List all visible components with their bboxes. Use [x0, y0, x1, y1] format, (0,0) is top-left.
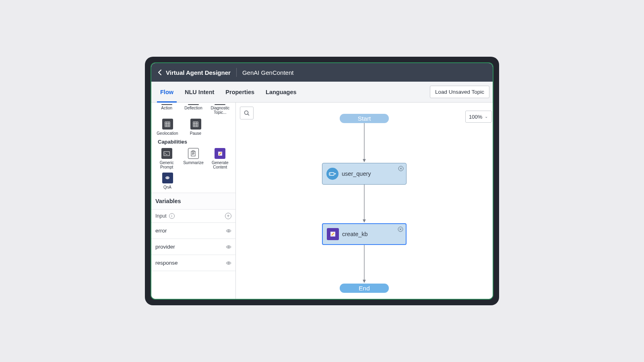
palette-label: Generic Prompt	[154, 160, 180, 169]
palette-label: Geolocation	[157, 131, 178, 136]
app-window: Virtual Agent Designer GenAI GenContent …	[151, 62, 493, 300]
qna-icon	[162, 173, 173, 183]
palette-label: Generate Content	[207, 160, 233, 169]
zoom-select[interactable]: 100%	[465, 111, 492, 123]
clipboard-icon	[188, 148, 199, 159]
node-label: user_query	[342, 171, 371, 177]
flow-canvas[interactable]: 100% ⌄ Start	[236, 103, 493, 299]
palette-item-action[interactable]: Action	[154, 104, 180, 115]
content-area: Action Deflection Diagnostic Topic...	[151, 103, 493, 299]
svg-point-18	[165, 176, 169, 179]
variable-row-error[interactable]: error	[151, 223, 235, 239]
load-unsaved-topic-button[interactable]: Load Unsaved Topic	[430, 86, 489, 98]
input-node-icon	[326, 168, 339, 180]
palette-label: Summarize	[183, 160, 204, 165]
tab-flow[interactable]: Flow	[155, 82, 179, 103]
end-node[interactable]: End	[340, 284, 389, 293]
header-title[interactable]: Virtual Agent Designer	[166, 69, 231, 76]
palette-item-diagnostic-topic[interactable]: Diagnostic Topic...	[207, 104, 233, 115]
palette-label: QnA	[163, 185, 171, 189]
palette-item-geolocation[interactable]: Geolocation	[154, 119, 181, 136]
app-header: Virtual Agent Designer GenAI GenContent	[151, 63, 493, 82]
eye-icon[interactable]	[226, 260, 231, 266]
svg-point-23	[228, 262, 229, 264]
flow-connectors	[236, 103, 493, 299]
svg-line-25	[248, 114, 250, 116]
palette-item-generate-content[interactable]: Generate Content	[207, 148, 233, 169]
back-chevron-icon[interactable]	[155, 68, 164, 77]
start-node[interactable]: Start	[340, 114, 389, 123]
header-divider	[236, 68, 237, 77]
palette-item-pause[interactable]: Pause	[182, 119, 209, 136]
variable-row-response[interactable]: response	[151, 255, 235, 271]
input-variables-header: Input i +	[151, 210, 235, 223]
palette-label: Diagnostic Topic...	[207, 106, 233, 115]
svg-rect-13	[192, 151, 194, 152]
flow-node-user-query[interactable]: user_query	[322, 163, 407, 185]
generate-content-icon	[215, 148, 225, 159]
prompt-icon	[161, 148, 172, 159]
tabs-bar: Flow NLU Intent Properties Languages Loa…	[151, 82, 493, 103]
svg-point-24	[245, 111, 248, 115]
palette-label: Action	[161, 106, 172, 110]
grid-icon	[190, 119, 201, 130]
svg-point-21	[228, 230, 229, 232]
tab-properties[interactable]: Properties	[220, 82, 260, 103]
svg-rect-10	[164, 152, 169, 156]
palette-label: Pause	[190, 131, 201, 136]
generate-content-node-icon	[327, 228, 339, 240]
info-icon[interactable]: i	[169, 213, 175, 219]
variable-name: response	[155, 260, 178, 266]
delete-node-icon[interactable]	[398, 226, 403, 232]
palette: Action Deflection Diagnostic Topic...	[151, 103, 235, 193]
grid-icon	[162, 119, 173, 130]
input-label: Input	[155, 213, 167, 219]
tab-nlu-intent[interactable]: NLU Intent	[179, 82, 220, 103]
flow-node-create-kb[interactable]: create_kb	[322, 223, 407, 245]
palette-item-deflection[interactable]: Deflection	[180, 104, 206, 115]
variable-name: provider	[155, 244, 175, 250]
palette-label: Deflection	[184, 106, 202, 110]
node-label: create_kb	[342, 231, 368, 237]
search-icon	[244, 110, 250, 116]
svg-point-22	[228, 246, 229, 248]
outer-frame: Virtual Agent Designer GenAI GenContent …	[145, 57, 499, 305]
add-variable-button[interactable]: +	[225, 213, 231, 219]
svg-rect-0	[165, 122, 170, 127]
header-subtitle: GenAI GenContent	[242, 69, 294, 76]
svg-rect-5	[193, 122, 198, 127]
svg-point-19	[166, 177, 167, 178]
capabilities-section-label: Capabilities	[154, 136, 233, 148]
palette-item-qna[interactable]: QnA	[154, 173, 181, 189]
sidebar: Action Deflection Diagnostic Topic...	[151, 103, 236, 299]
search-button[interactable]	[240, 107, 254, 119]
variable-row-provider[interactable]: provider	[151, 239, 235, 255]
palette-item-generic-prompt[interactable]: Generic Prompt	[154, 148, 180, 169]
palette-item-summarize[interactable]: Summarize	[180, 148, 206, 169]
delete-node-icon[interactable]	[398, 166, 404, 171]
eye-icon[interactable]	[226, 228, 231, 234]
variables-heading: Variables	[151, 193, 235, 210]
variable-name: error	[155, 228, 167, 234]
eye-icon[interactable]	[226, 244, 231, 250]
svg-point-20	[168, 177, 169, 178]
tab-languages[interactable]: Languages	[260, 82, 302, 103]
